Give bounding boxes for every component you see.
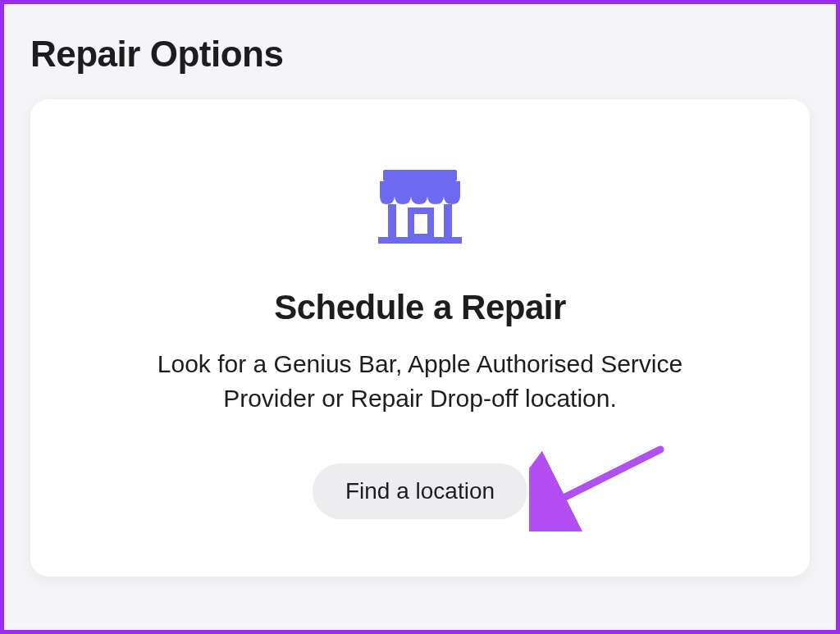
page: Repair Options Schedule a Repair Look fo… [4,4,836,600]
svg-rect-3 [411,211,431,237]
storefront-icon [80,165,760,247]
card-title: Schedule a Repair [80,288,760,327]
repair-card: Schedule a Repair Look for a Genius Bar,… [30,99,810,577]
svg-rect-1 [388,204,396,237]
card-description: Look for a Genius Bar, Apple Authorised … [108,347,732,416]
svg-rect-2 [444,204,452,237]
find-location-button[interactable]: Find a location [313,463,527,519]
page-title: Repair Options [30,34,813,75]
svg-rect-0 [383,170,457,181]
svg-rect-4 [378,237,462,244]
